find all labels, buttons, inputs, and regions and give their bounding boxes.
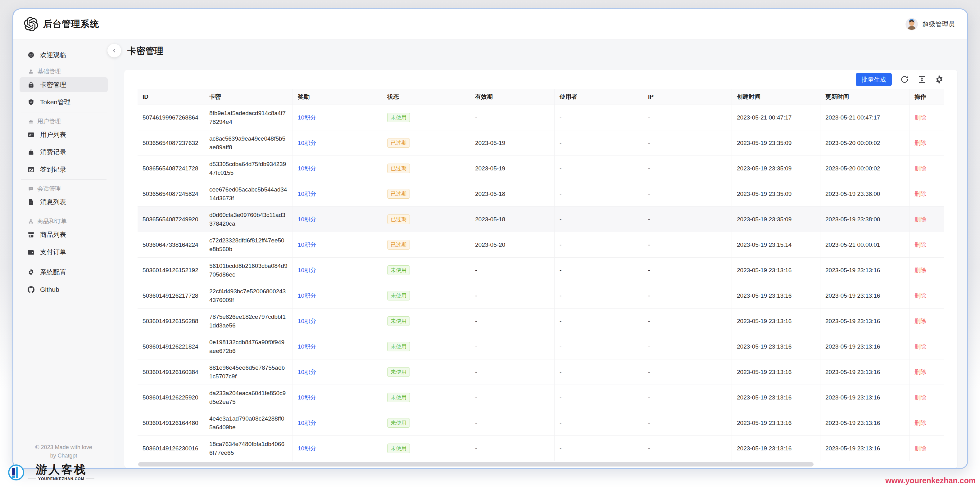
delete-button[interactable]: 删除 <box>915 343 926 351</box>
cell-expiry: - <box>470 359 555 385</box>
chat-icon <box>28 186 33 192</box>
delete-button[interactable]: 删除 <box>915 216 926 224</box>
horizontal-scrollbar[interactable] <box>138 462 814 466</box>
status-badge: 已过期 <box>387 214 410 224</box>
delete-button[interactable]: 删除 <box>915 368 926 376</box>
cell-status: 未使用 <box>382 385 470 410</box>
cell-user: - <box>555 283 643 309</box>
cell-user: - <box>555 130 643 156</box>
cell-reward: 10积分 <box>293 410 382 436</box>
reward-link[interactable]: 10积分 <box>298 114 316 122</box>
cell-expiry: - <box>470 309 555 334</box>
sidebar-collapse-button[interactable] <box>107 44 121 57</box>
delete-button[interactable]: 删除 <box>915 114 926 122</box>
cell-updated-at: 2023-05-20 00:00:02 <box>820 130 910 156</box>
delete-button[interactable]: 删除 <box>915 317 926 325</box>
cell-user: - <box>555 258 643 283</box>
cell-created-at: 2023-05-21 00:47:17 <box>732 105 820 130</box>
sidebar-item-token-management[interactable]: Token管理 <box>19 95 108 109</box>
sidebar-item-checkin-records[interactable]: 签到记录 <box>19 162 108 177</box>
column-header-3: 状态 <box>382 89 470 105</box>
table-row: 50360647338164224c72d23328dfd6f812ff47ee… <box>138 232 944 258</box>
delete-button[interactable]: 删除 <box>915 190 926 198</box>
reward-link[interactable]: 10积分 <box>298 139 316 147</box>
sidebar-item-welcome[interactable]: 欢迎观临 <box>19 48 108 62</box>
cell-created-at: 2023-05-19 23:13:16 <box>732 283 820 309</box>
reward-link[interactable]: 10积分 <box>298 393 316 401</box>
cell-status: 未使用 <box>382 334 470 359</box>
cell-id: 50360149126160384 <box>138 359 204 385</box>
cell-status: 已过期 <box>382 181 470 207</box>
cell-card-key: 56101bcdd8b21603cba084d9705d86ec <box>204 258 293 283</box>
sidebar-item-system-config[interactable]: 系统配置 <box>19 265 108 280</box>
user-role-label[interactable]: 超级管理员 <box>922 20 955 29</box>
reward-link[interactable]: 10积分 <box>298 165 316 173</box>
cell-ip: - <box>643 359 732 385</box>
watermark-caption: YOURENKEZHAN.COM <box>28 477 94 481</box>
cell-id: 50360149126217728 <box>138 283 204 309</box>
sidebar-item-product-list[interactable]: 商品列表 <box>19 227 108 242</box>
column-header-4: 有效期 <box>470 89 555 105</box>
reward-link[interactable]: 10积分 <box>298 292 316 300</box>
reward-link[interactable]: 10积分 <box>298 419 316 427</box>
cell-updated-at: 2023-05-19 23:13:16 <box>820 410 910 436</box>
delete-button[interactable]: 删除 <box>915 139 926 147</box>
cell-id: 50365654087241728 <box>138 156 204 181</box>
sidebar-item-user-list[interactable]: 用户列表 <box>19 127 108 142</box>
cell-user: - <box>555 156 643 181</box>
store-icon <box>28 231 35 238</box>
sidebar-item-github[interactable]: Github <box>19 282 108 297</box>
status-badge: 已过期 <box>387 240 410 249</box>
sidebar-item-label: Token管理 <box>40 98 70 106</box>
delete-button[interactable]: 删除 <box>915 267 926 274</box>
settings-gear-icon[interactable] <box>935 75 944 84</box>
document-icon <box>28 199 35 205</box>
cell-reward: 10积分 <box>293 359 382 385</box>
user-avatar[interactable] <box>905 18 918 30</box>
sidebar-item-label: 消费记录 <box>40 148 66 156</box>
reward-link[interactable]: 10积分 <box>298 368 316 376</box>
reward-link[interactable]: 10积分 <box>298 216 316 224</box>
cell-user: - <box>555 207 643 232</box>
cell-card-key: 22cf4d493bc7e520068002434376009f <box>204 283 293 309</box>
delete-button[interactable]: 删除 <box>915 292 926 300</box>
cell-ip: - <box>643 334 732 359</box>
delete-button[interactable]: 删除 <box>915 419 926 427</box>
reward-link[interactable]: 10积分 <box>298 444 316 452</box>
delete-button[interactable]: 删除 <box>915 444 926 452</box>
sidebar-section-basic-management: 基础管理 <box>19 67 108 76</box>
reward-link[interactable]: 10积分 <box>298 190 316 198</box>
cell-action: 删除 <box>910 359 944 385</box>
sidebar-section-user-management: 用户管理 <box>19 117 108 126</box>
cell-ip: - <box>643 105 732 130</box>
sidebar-item-label: Github <box>40 286 59 293</box>
cell-ip: - <box>643 207 732 232</box>
reward-link[interactable]: 10积分 <box>298 267 316 274</box>
cell-updated-at: 2023-05-19 23:13:16 <box>820 334 910 359</box>
wallet-icon <box>28 249 35 255</box>
cell-id: 50360149126225920 <box>138 385 204 410</box>
column-height-icon[interactable] <box>917 75 927 84</box>
sidebar-item-label: 签到记录 <box>40 165 66 174</box>
cell-status: 未使用 <box>382 410 470 436</box>
sidebar-item-consumption-records[interactable]: 消费记录 <box>19 144 108 160</box>
cell-status: 已过期 <box>382 232 470 258</box>
sidebar-item-label: 支付订单 <box>40 248 66 256</box>
sidebar-item-card-key-management[interactable]: 卡密管理 <box>19 77 108 92</box>
delete-button[interactable]: 删除 <box>915 393 926 401</box>
delete-button[interactable]: 删除 <box>915 165 926 173</box>
sidebar-item-message-list[interactable]: 消息列表 <box>19 195 108 209</box>
cell-user: - <box>555 105 643 130</box>
cell-updated-at: 2023-05-19 23:13:16 <box>820 385 910 410</box>
page-title: 卡密管理 <box>127 44 967 57</box>
cell-expiry: - <box>470 436 555 461</box>
refresh-icon[interactable] <box>900 75 909 84</box>
sidebar-item-payment-orders[interactable]: 支付订单 <box>19 244 108 260</box>
cell-created-at: 2023-05-19 23:13:16 <box>732 334 820 359</box>
cell-card-key: d53305cdba64d75fdb93423947fc0155 <box>204 156 293 181</box>
reward-link[interactable]: 10积分 <box>298 317 316 325</box>
reward-link[interactable]: 10积分 <box>298 343 316 351</box>
delete-button[interactable]: 删除 <box>915 241 926 249</box>
batch-generate-button[interactable]: 批量生成 <box>856 73 892 86</box>
reward-link[interactable]: 10积分 <box>298 241 316 249</box>
